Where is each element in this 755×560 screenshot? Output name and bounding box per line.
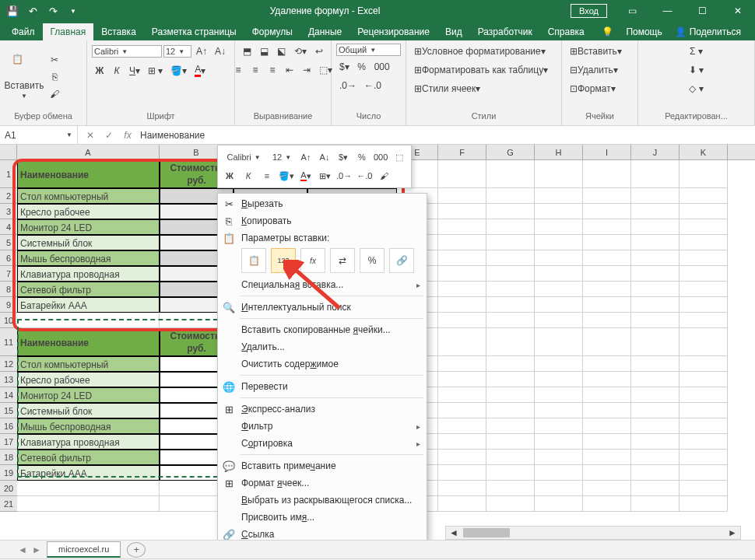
cell[interactable] <box>438 188 486 204</box>
decrease-font-icon[interactable]: A↓ <box>212 44 229 59</box>
cell[interactable]: Наименование <box>17 160 160 188</box>
cell[interactable] <box>438 282 486 297</box>
increase-font-icon[interactable]: A↑ <box>193 44 210 59</box>
cell[interactable] <box>680 481 728 496</box>
cell[interactable] <box>680 204 728 219</box>
underline-button[interactable]: Ч ▾ <box>126 63 143 79</box>
cell[interactable] <box>680 188 728 204</box>
formula-input[interactable]: Наименование <box>140 130 205 141</box>
row-header[interactable]: 16 <box>0 418 17 434</box>
align-bottom-icon[interactable]: ⬕ <box>274 44 290 59</box>
row-header[interactable]: 9 <box>0 297 17 313</box>
cell[interactable] <box>631 418 680 434</box>
cell[interactable] <box>438 313 486 328</box>
cell[interactable] <box>631 496 680 512</box>
cell[interactable] <box>438 160 486 188</box>
delete-cells-button[interactable]: ⊟ Удалить ▾ <box>567 62 621 78</box>
cell[interactable] <box>680 250 728 266</box>
row-header[interactable]: 13 <box>0 372 17 387</box>
cell[interactable] <box>438 465 486 481</box>
cell[interactable] <box>486 481 535 496</box>
cell[interactable] <box>535 235 583 250</box>
wrap-text-icon[interactable]: ↩ <box>311 44 327 59</box>
cell[interactable]: Системный блок <box>17 403 160 418</box>
login-button[interactable]: Вход <box>571 4 607 18</box>
cell[interactable] <box>535 297 583 313</box>
mini-font-color-icon[interactable]: A▾ <box>298 168 314 184</box>
cell[interactable] <box>631 266 680 282</box>
col-header-I[interactable]: I <box>583 145 631 159</box>
cell[interactable] <box>438 356 486 372</box>
cell[interactable] <box>631 219 680 235</box>
cell[interactable] <box>438 418 486 434</box>
cell[interactable] <box>631 282 680 297</box>
sheet-nav-next-icon[interactable]: ► <box>30 544 44 555</box>
cell[interactable] <box>680 219 728 235</box>
ctx-clear[interactable]: Очистить содержимое <box>218 355 427 373</box>
tab-file[interactable]: Файл <box>4 23 43 40</box>
mini-dec-font-icon[interactable]: A↓ <box>317 149 332 165</box>
ctx-dropdown-pick[interactable]: Выбрать из раскрывающегося списка... <box>218 492 427 509</box>
cell[interactable] <box>631 313 680 328</box>
mini-inc-dec-icon[interactable]: .0→ <box>335 168 353 184</box>
add-sheet-button[interactable]: + <box>127 542 146 558</box>
col-header-G[interactable]: G <box>486 145 535 159</box>
cell[interactable] <box>583 266 631 282</box>
cell[interactable] <box>535 250 583 266</box>
tab-developer[interactable]: Разработчик <box>470 23 540 40</box>
tab-insert[interactable]: Вставка <box>93 23 144 40</box>
cell[interactable] <box>583 465 631 481</box>
cell[interactable] <box>583 297 631 313</box>
cell[interactable] <box>631 387 680 403</box>
cell[interactable]: Кресло рабочее <box>17 372 160 387</box>
cell[interactable] <box>680 418 728 434</box>
cell[interactable] <box>680 403 728 418</box>
mini-merge-icon[interactable]: ⬚ <box>392 149 407 165</box>
cell[interactable] <box>17 481 160 496</box>
cell[interactable] <box>583 235 631 250</box>
fx-icon[interactable]: fx <box>121 130 134 141</box>
ctx-format-cells[interactable]: ⊞Формат ячеек... <box>218 474 427 492</box>
row-header[interactable]: 7 <box>0 266 17 282</box>
cell[interactable] <box>631 403 680 418</box>
cell[interactable] <box>535 328 583 356</box>
mini-comma-icon[interactable]: 000 <box>373 149 388 165</box>
mini-align-icon[interactable]: ≡ <box>259 168 275 184</box>
ctx-smart-lookup[interactable]: 🔍Интеллектуальный поиск <box>218 299 427 316</box>
enter-icon[interactable]: ✓ <box>103 130 115 141</box>
row-header[interactable]: 6 <box>0 250 17 266</box>
cell[interactable] <box>680 297 728 313</box>
mini-format-painter-icon[interactable]: 🖌 <box>376 168 392 184</box>
sheet-tab-active[interactable]: microexcel.ru <box>47 541 121 558</box>
cell[interactable] <box>680 160 728 188</box>
cell[interactable] <box>438 450 486 465</box>
indent-dec-icon[interactable]: ⇤ <box>282 62 297 78</box>
cell[interactable] <box>535 418 583 434</box>
dec-decimal-icon[interactable]: ←.0 <box>361 78 385 93</box>
spreadsheet[interactable]: ABCDEFGHIJK 1234567891011121314151617181… <box>0 145 755 540</box>
clear-icon[interactable]: ◇ ▾ <box>686 81 706 96</box>
row-header[interactable]: 17 <box>0 434 17 450</box>
cell[interactable] <box>486 250 535 266</box>
mini-currency-icon[interactable]: $▾ <box>335 149 351 165</box>
col-header-F[interactable]: F <box>438 145 486 159</box>
ribbon-display-icon[interactable]: ▭ <box>615 0 650 22</box>
mini-border-icon[interactable]: ⊞▾ <box>317 168 332 184</box>
paste-transpose-icon[interactable]: ⇄ <box>330 248 355 273</box>
align-top-icon[interactable]: ⬒ <box>240 44 255 59</box>
bold-button[interactable]: Ж <box>92 63 107 79</box>
cell[interactable]: Батарейки ААА <box>17 297 160 313</box>
ctx-translate[interactable]: 🌐Перевести <box>218 378 427 395</box>
row-header[interactable]: 8 <box>0 282 17 297</box>
cell[interactable] <box>631 434 680 450</box>
ctx-paste-special[interactable]: Специальная вставка... <box>218 276 427 293</box>
cell[interactable]: Мышь беспроводная <box>17 418 160 434</box>
redo-icon[interactable]: ↷ <box>47 5 59 17</box>
paste-button[interactable]: 📋 Вставить ▼ <box>5 50 44 104</box>
tab-help[interactable]: Справка <box>540 23 592 40</box>
col-header-A[interactable]: A <box>17 145 160 159</box>
cell[interactable] <box>631 204 680 219</box>
cell[interactable] <box>535 481 583 496</box>
row-header[interactable]: 21 <box>0 496 17 512</box>
ctx-quick-analysis[interactable]: ⊞Экспресс-анализ <box>218 401 427 418</box>
